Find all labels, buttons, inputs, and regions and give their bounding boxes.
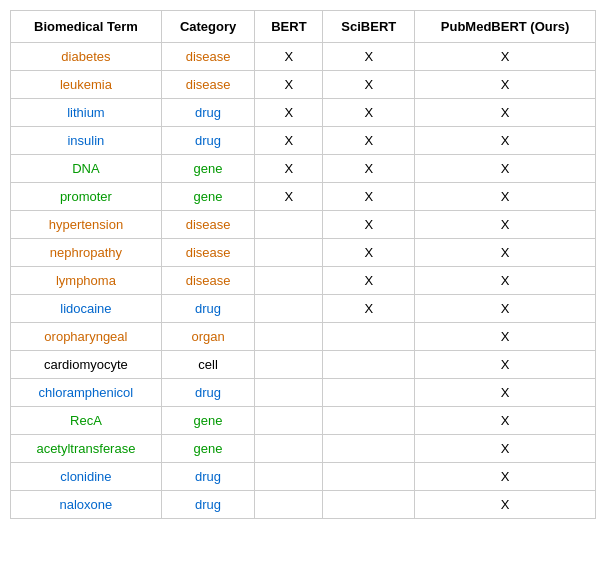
cell-pubmedbert: X	[415, 407, 596, 435]
cell-bert: X	[255, 99, 323, 127]
cell-term: hypertension	[11, 211, 162, 239]
cell-term: acetyltransferase	[11, 435, 162, 463]
cell-term: lidocaine	[11, 295, 162, 323]
cell-pubmedbert: X	[415, 99, 596, 127]
cell-category: gene	[161, 155, 254, 183]
cell-bert	[255, 239, 323, 267]
cell-bert	[255, 267, 323, 295]
table-row: insulindrugXXX	[11, 127, 596, 155]
table-row: leukemiadiseaseXXX	[11, 71, 596, 99]
cell-term: cardiomyocyte	[11, 351, 162, 379]
col-header-scibert: SciBERT	[323, 11, 415, 43]
cell-scibert: X	[323, 239, 415, 267]
cell-category: disease	[161, 267, 254, 295]
cell-category: gene	[161, 407, 254, 435]
cell-pubmedbert: X	[415, 239, 596, 267]
cell-term: leukemia	[11, 71, 162, 99]
cell-pubmedbert: X	[415, 463, 596, 491]
cell-term: chloramphenicol	[11, 379, 162, 407]
col-header-pubmedbert: PubMedBERT (Ours)	[415, 11, 596, 43]
comparison-table: Biomedical Term Category BERT SciBERT Pu…	[10, 10, 596, 519]
cell-category: disease	[161, 43, 254, 71]
cell-scibert: X	[323, 295, 415, 323]
cell-scibert: X	[323, 71, 415, 99]
cell-scibert	[323, 463, 415, 491]
table-row: naloxonedrugX	[11, 491, 596, 519]
cell-category: drug	[161, 99, 254, 127]
cell-scibert: X	[323, 43, 415, 71]
table-row: DNAgeneXXX	[11, 155, 596, 183]
cell-scibert: X	[323, 183, 415, 211]
cell-scibert: X	[323, 99, 415, 127]
cell-scibert: X	[323, 155, 415, 183]
cell-pubmedbert: X	[415, 491, 596, 519]
cell-term: diabetes	[11, 43, 162, 71]
cell-term: nephropathy	[11, 239, 162, 267]
cell-bert	[255, 491, 323, 519]
table-row: cardiomyocytecellX	[11, 351, 596, 379]
cell-scibert	[323, 351, 415, 379]
cell-pubmedbert: X	[415, 323, 596, 351]
cell-bert	[255, 295, 323, 323]
cell-term: oropharyngeal	[11, 323, 162, 351]
cell-pubmedbert: X	[415, 267, 596, 295]
col-header-term: Biomedical Term	[11, 11, 162, 43]
table-row: diabetesdiseaseXXX	[11, 43, 596, 71]
cell-bert	[255, 435, 323, 463]
cell-bert: X	[255, 127, 323, 155]
table-row: acetyltransferasegeneX	[11, 435, 596, 463]
cell-category: drug	[161, 491, 254, 519]
cell-pubmedbert: X	[415, 351, 596, 379]
cell-category: drug	[161, 295, 254, 323]
cell-category: drug	[161, 379, 254, 407]
cell-category: disease	[161, 239, 254, 267]
cell-scibert	[323, 379, 415, 407]
cell-scibert	[323, 407, 415, 435]
col-header-category: Category	[161, 11, 254, 43]
cell-category: disease	[161, 71, 254, 99]
table-row: RecAgeneX	[11, 407, 596, 435]
cell-term: promoter	[11, 183, 162, 211]
cell-bert: X	[255, 71, 323, 99]
cell-bert	[255, 211, 323, 239]
cell-bert	[255, 323, 323, 351]
cell-pubmedbert: X	[415, 435, 596, 463]
cell-category: drug	[161, 463, 254, 491]
cell-pubmedbert: X	[415, 379, 596, 407]
cell-pubmedbert: X	[415, 43, 596, 71]
table-row: nephropathydiseaseXX	[11, 239, 596, 267]
table-row: chloramphenicoldrugX	[11, 379, 596, 407]
table-row: lithiumdrugXXX	[11, 99, 596, 127]
table-row: lidocainedrugXX	[11, 295, 596, 323]
cell-scibert	[323, 491, 415, 519]
cell-scibert	[323, 435, 415, 463]
cell-scibert: X	[323, 127, 415, 155]
cell-category: gene	[161, 183, 254, 211]
cell-term: lithium	[11, 99, 162, 127]
cell-category: gene	[161, 435, 254, 463]
col-header-bert: BERT	[255, 11, 323, 43]
cell-term: RecA	[11, 407, 162, 435]
table-row: oropharyngealorganX	[11, 323, 596, 351]
cell-term: clonidine	[11, 463, 162, 491]
cell-pubmedbert: X	[415, 127, 596, 155]
cell-term: DNA	[11, 155, 162, 183]
cell-pubmedbert: X	[415, 71, 596, 99]
cell-bert: X	[255, 43, 323, 71]
cell-bert	[255, 351, 323, 379]
cell-scibert: X	[323, 211, 415, 239]
cell-pubmedbert: X	[415, 183, 596, 211]
cell-bert: X	[255, 155, 323, 183]
cell-term: naloxone	[11, 491, 162, 519]
cell-scibert: X	[323, 267, 415, 295]
table-row: clonidinedrugX	[11, 463, 596, 491]
cell-pubmedbert: X	[415, 211, 596, 239]
cell-term: lymphoma	[11, 267, 162, 295]
cell-category: organ	[161, 323, 254, 351]
table-row: lymphomadiseaseXX	[11, 267, 596, 295]
cell-pubmedbert: X	[415, 155, 596, 183]
cell-category: disease	[161, 211, 254, 239]
table-row: hypertensiondiseaseXX	[11, 211, 596, 239]
cell-bert: X	[255, 183, 323, 211]
cell-pubmedbert: X	[415, 295, 596, 323]
